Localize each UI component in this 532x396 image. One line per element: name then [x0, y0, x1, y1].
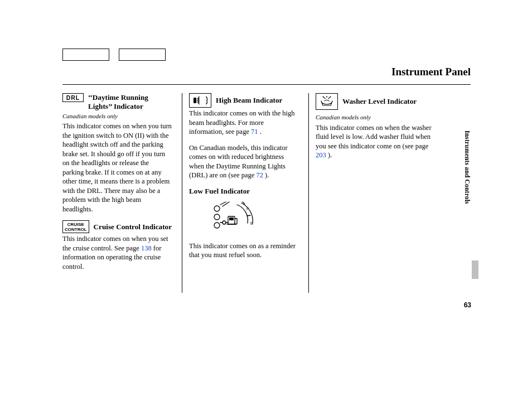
highbeam2-body-a: On Canadian models, this indicator comes…	[189, 144, 288, 180]
washer-heading: Washer Level Indicator	[342, 97, 417, 106]
highbeam-heading: High Beam Indicator	[216, 96, 282, 105]
highbeam2-body-b: ).	[263, 171, 269, 179]
column-2: High Beam Indicator This indicator comes…	[189, 93, 308, 293]
washer-note: Canadian models only	[316, 113, 435, 122]
washer-body: This indicator comes on when the washer …	[316, 123, 435, 160]
svg-point-7	[214, 206, 220, 211]
crop-box-left	[62, 49, 109, 61]
svg-text:E: E	[250, 221, 253, 225]
thumb-index-block	[472, 260, 478, 279]
highbeam-header: High Beam Indicator	[189, 93, 298, 108]
washer-level-icon	[316, 93, 338, 110]
svg-rect-13	[229, 218, 234, 220]
cruise-heading: Cruise Control Indicator	[94, 223, 172, 231]
low-fuel-icon: F E	[210, 199, 258, 234]
highbeam2-page-link[interactable]: 72	[256, 171, 263, 179]
svg-rect-0	[194, 98, 196, 103]
high-beam-icon	[189, 93, 211, 108]
washer-body-a: This indicator comes on when the washer …	[316, 124, 432, 150]
page-title: Instrument Panel	[62, 65, 471, 85]
cruise-header: CRUISE CONTROL Cruise Control Indicator	[62, 220, 172, 233]
drl-body: This indicator comes on when you turn th…	[62, 122, 172, 214]
column-separator-1	[182, 93, 182, 293]
washer-page-link[interactable]: 203	[316, 151, 326, 159]
cruise-icon-line1: CRUISE	[67, 222, 84, 227]
highbeam-body-a: This indicator comes on with the high be…	[189, 109, 295, 136]
crop-marks	[62, 49, 166, 61]
highbeam-body-b: .	[258, 128, 262, 136]
cruise-body: This indicator comes on when you set the…	[62, 234, 172, 271]
cruise-control-icon: CRUISE CONTROL	[62, 220, 89, 233]
svg-line-21	[325, 98, 325, 99]
svg-point-9	[214, 223, 220, 228]
section-tab: Instruments and Controls	[463, 131, 471, 204]
washer-header: Washer Level Indicator	[316, 93, 435, 110]
drl-header: DRL ‘‘Daytime Running Lights’’ Indicator	[62, 93, 172, 111]
column-3: Washer Level Indicator Canadian models o…	[316, 93, 435, 293]
lowfuel-body: This indicator comes on as a reminder th…	[189, 242, 298, 260]
cruise-page-link[interactable]: 138	[141, 244, 152, 252]
column-1: DRL ‘‘Daytime Running Lights’’ Indicator…	[62, 93, 182, 293]
highbeam-page-link[interactable]: 71	[251, 128, 258, 136]
drl-icon: DRL	[62, 93, 84, 102]
page: Instrument Panel DRL ‘‘Daytime Running L…	[0, 0, 532, 396]
drl-heading: ‘‘Daytime Running Lights’’ Indicator	[88, 93, 172, 111]
column-separator-2	[308, 93, 309, 293]
page-number: 63	[464, 301, 471, 310]
highbeam-body: This indicator comes on with the high be…	[189, 109, 298, 137]
svg-line-11	[223, 202, 229, 206]
washer-body-b: ).	[326, 151, 332, 159]
drl-note: Canadian models only	[62, 112, 172, 120]
svg-line-20	[330, 96, 331, 98]
svg-point-15	[223, 221, 226, 224]
svg-line-22	[328, 98, 329, 99]
cruise-icon-line2: CONTROL	[65, 227, 87, 232]
content-columns: DRL ‘‘Daytime Running Lights’’ Indicator…	[62, 93, 471, 293]
svg-text:F: F	[246, 207, 249, 211]
svg-line-5	[247, 215, 250, 216]
lowfuel-heading: Low Fuel Indicator	[189, 187, 298, 196]
crop-box-right	[119, 49, 166, 61]
svg-line-18	[323, 96, 324, 98]
svg-point-8	[214, 214, 220, 220]
highbeam-body-2: On Canadian models, this indicator comes…	[189, 143, 298, 180]
